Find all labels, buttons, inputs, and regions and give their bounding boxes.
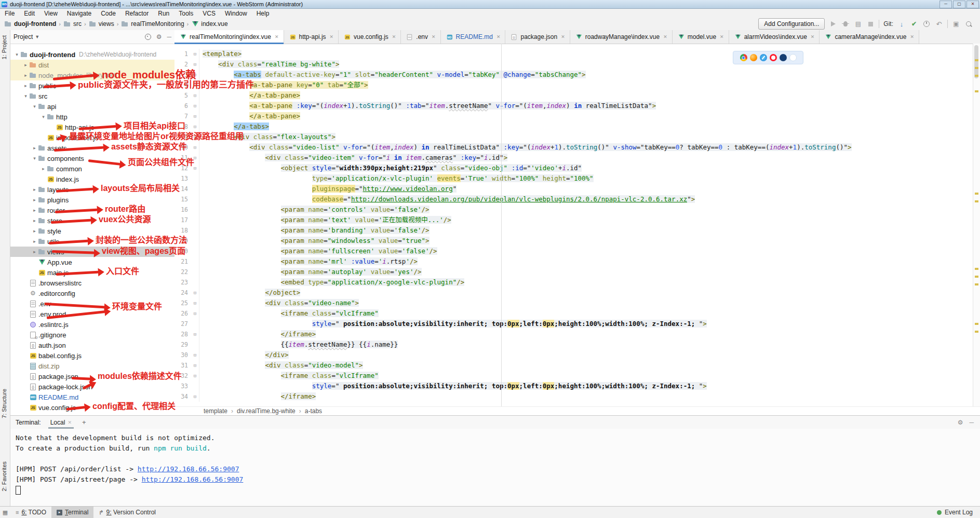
tab-package.json[interactable]: package.json✕	[505, 30, 570, 44]
tab-.env[interactable]: .env✕	[401, 30, 440, 44]
tree-item-dist[interactable]: ▸dist	[10, 60, 174, 70]
menu-item-help[interactable]: Help	[252, 10, 274, 17]
tab-roadwayManage-index.vue[interactable]: roadwayManage\index.vue✕	[570, 30, 673, 44]
tree-item-.editorconfig[interactable]: .editorconfig	[10, 288, 174, 298]
tree-item-style[interactable]: ▸style	[10, 226, 174, 236]
editor-scrollbar[interactable]	[973, 44, 980, 407]
code-line-8[interactable]: 8⊟ </a-tabs>	[174, 121, 973, 132]
stop-icon[interactable]	[866, 20, 875, 28]
breadcrumb-item-src[interactable]: src	[63, 20, 82, 28]
tab-README.md[interactable]: README.md✕	[441, 30, 506, 44]
breadcrumb-item-index.vue[interactable]: index.vue	[191, 20, 227, 28]
tree-item-.env.prod[interactable]: .env.prod	[10, 309, 174, 319]
tab-model.vue[interactable]: model.vue✕	[673, 30, 729, 44]
tab-vue.config.js[interactable]: vue.config.js✕	[339, 30, 401, 44]
git-update-icon[interactable]: ↓	[897, 20, 906, 28]
code-line-10[interactable]: 10⊟ <div class="video-list" v-for="(item…	[174, 142, 973, 153]
tree-item-README.md[interactable]: README.md	[10, 392, 174, 402]
add-configuration-button[interactable]: Add Configuration...	[758, 18, 825, 30]
tree-item-vue.config.js[interactable]: vue.config.js	[10, 402, 174, 413]
tree-item-src[interactable]: ▾src	[10, 91, 174, 101]
tree-item-App.vue[interactable]: App.vue	[10, 257, 174, 267]
tree-item-.gitignore[interactable]: .gitignore	[10, 330, 174, 340]
code-line-27[interactable]: 27 style=" position:absolute;visibility:…	[174, 319, 973, 329]
new-terminal-icon[interactable]: +	[82, 418, 86, 426]
menu-item-navigate[interactable]: Navigate	[62, 10, 96, 17]
stripe-favorites-button[interactable]: 2: Favorites	[1, 461, 7, 491]
close-icon[interactable]: ✕	[663, 34, 667, 39]
close-icon[interactable]: ✕	[811, 34, 815, 39]
rollback-icon[interactable]: ↶	[935, 20, 943, 28]
tree-item-common[interactable]: ▸common	[10, 163, 174, 174]
menu-item-tools[interactable]: Tools	[174, 10, 198, 17]
code-line-20[interactable]: 20 <param name='fullscreen' value='false…	[174, 246, 973, 256]
stripe-structure-button[interactable]: 7: Structure	[1, 389, 7, 418]
close-icon[interactable]: ✕	[330, 34, 334, 39]
run-icon[interactable]	[829, 20, 837, 28]
edge-icon[interactable]	[789, 54, 797, 61]
search-everywhere-icon[interactable]	[964, 20, 973, 28]
tree-item-.browserslistrc[interactable]: .browserslistrc	[10, 278, 174, 288]
tab-realTimeMonitoring-index.vue[interactable]: realTimeMonitoring\index.vue✕	[174, 30, 284, 44]
code-line-14[interactable]: 14 pluginspage="http://www.videolan.org"	[174, 184, 973, 194]
tree-item-index.js[interactable]: index.js	[10, 174, 174, 184]
terminal-output[interactable]: Note that the development build is not o…	[10, 429, 980, 495]
code-line-24[interactable]: 24⊟ </object>	[174, 288, 973, 298]
tree-item-duoji-frontend[interactable]: ▾duoji-frontendD:\zheheWeb\duoji-fronten…	[10, 49, 174, 60]
code-line-28[interactable]: 28⊟ </iframe>	[174, 329, 973, 339]
close-icon[interactable]: ✕	[720, 34, 724, 39]
status-item-Terminal[interactable]: ▸Terminal	[51, 507, 93, 518]
tree-item-.env[interactable]: .env	[10, 298, 174, 309]
code-line-33[interactable]: 33 style=" position:absolute;visibility:…	[174, 381, 973, 391]
code-line-2[interactable]: 2⊟ <div class="realTime bg-white">	[174, 59, 973, 70]
tree-item-store[interactable]: ▸store	[10, 215, 174, 226]
tree-item-assets[interactable]: ▸assets	[10, 143, 174, 153]
tree-item-main.js[interactable]: main.js	[10, 267, 174, 278]
project-panel-title[interactable]: Project	[14, 33, 33, 40]
terminal-link[interactable]: http://192.168.66.56:9007	[138, 465, 239, 473]
close-icon[interactable]: ✕	[432, 34, 436, 39]
tree-item-http[interactable]: ▾http	[10, 112, 174, 122]
close-button[interactable]: ✕	[966, 1, 979, 8]
menu-item-edit[interactable]: Edit	[19, 10, 39, 17]
menu-item-view[interactable]: View	[39, 10, 62, 17]
code-line-4[interactable]: 4⊟ <a-tab-pane key="0" tab="全部">	[174, 80, 973, 90]
stripe-project-button[interactable]: 1: Project	[1, 35, 7, 59]
code-line-16[interactable]: 16 <param name='controls' value='false'/…	[174, 205, 973, 215]
code-line-21[interactable]: 21 <param name='mrl' :value='i.rtsp'/>	[174, 256, 973, 267]
close-icon[interactable]: ✕	[496, 34, 501, 39]
tree-item-components[interactable]: ▾components	[10, 153, 174, 163]
tree-item-public[interactable]: ▸public	[10, 80, 174, 91]
code-line-11[interactable]: 11⊟ <div class="video-item" v-for="i in …	[174, 153, 973, 163]
tree-item-dist.zip[interactable]: dist.zip	[10, 361, 174, 371]
code-line-12[interactable]: 12⊟ <object style="width:390px;height:21…	[174, 163, 973, 173]
menu-item-run[interactable]: Run	[153, 10, 174, 17]
close-icon[interactable]: ✕	[68, 420, 72, 425]
breadcrumb-item-realTimeMonitoring[interactable]: realTimeMonitoring	[121, 20, 184, 28]
terminal-settings-gear-icon[interactable]: ⚙	[958, 419, 963, 426]
code-line-6[interactable]: 6⊟ <a-tab-pane :key="(index+1).toString(…	[174, 101, 973, 111]
menu-item-file[interactable]: File	[0, 10, 19, 17]
ie-icon[interactable]	[780, 54, 787, 61]
chrome-icon[interactable]	[740, 54, 747, 61]
code-breadcrumb-a-tabs[interactable]: a-tabs	[305, 407, 322, 415]
code-line-26[interactable]: 26⊟ <iframe class="vlcIframe"	[174, 308, 973, 319]
terminal-tab-local[interactable]: Local ✕	[48, 416, 74, 429]
menu-item-vcs[interactable]: VCS	[198, 10, 220, 17]
code-line-18[interactable]: 18 <param name='branding' value='false'/…	[174, 225, 973, 236]
code-line-1[interactable]: 1⊟<template>	[174, 49, 973, 59]
event-log-button[interactable]: Event Log	[937, 509, 980, 516]
code-line-31[interactable]: 31⊟ <div class="video-model">	[174, 360, 973, 371]
terminal-link[interactable]: http://192.168.66.56:9007	[142, 475, 244, 483]
tree-item-babel.config.js[interactable]: babel.config.js	[10, 350, 174, 361]
code-line-25[interactable]: 25⊟ <div class="video-name">	[174, 298, 973, 308]
scrollbar-thumb[interactable]	[974, 45, 978, 78]
tree-item-package-lock.json[interactable]: package-lock.json	[10, 381, 174, 392]
code-line-17[interactable]: 17 <param name='text' value='正在加载视频中...'…	[174, 215, 973, 225]
code-breadcrumb-template[interactable]: template	[204, 407, 227, 415]
debug-icon[interactable]	[841, 20, 850, 28]
code-line-15[interactable]: 15 codebase="http://downloads.videolan.o…	[174, 194, 973, 205]
maximize-button[interactable]: ▢	[953, 1, 965, 8]
code-line-30[interactable]: 30⊟ </div>	[174, 350, 973, 360]
history-icon[interactable]	[922, 20, 931, 28]
